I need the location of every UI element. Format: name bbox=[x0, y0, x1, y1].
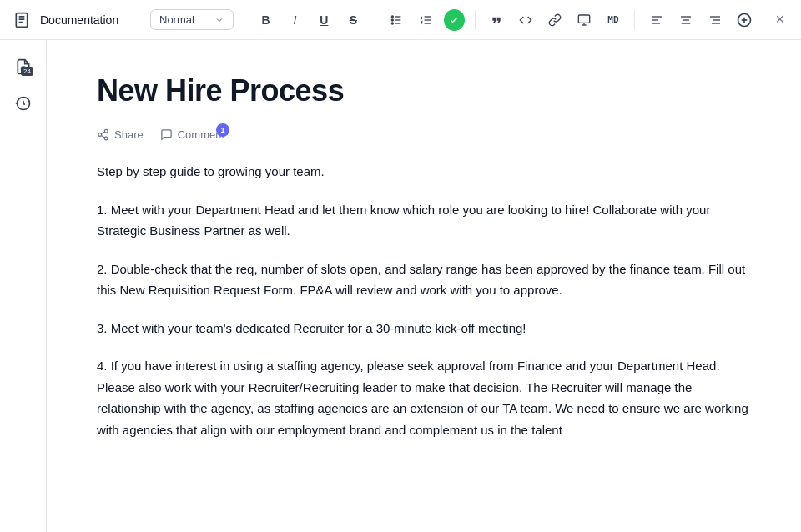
toolbar: Documentation Normal B I U S bbox=[0, 0, 801, 40]
save-status-icon bbox=[444, 9, 465, 31]
content-area: New Hire Process Share Comment 1 bbox=[47, 40, 801, 532]
paragraph-5: 4. If you have interest in using a staff… bbox=[97, 355, 751, 440]
align-center-button[interactable] bbox=[674, 8, 697, 32]
svg-point-5 bbox=[392, 19, 394, 21]
divider-2 bbox=[375, 10, 375, 30]
link-button[interactable] bbox=[544, 8, 567, 32]
bullet-list-button[interactable] bbox=[385, 8, 408, 32]
paragraph-2: 1. Meet with your Department Head and le… bbox=[97, 199, 751, 242]
markdown-button[interactable]: MD bbox=[602, 8, 624, 32]
bold-button[interactable]: B bbox=[254, 8, 277, 32]
svg-point-6 bbox=[392, 23, 394, 24]
inline-code-button[interactable] bbox=[515, 8, 537, 32]
paragraph-1: Step by step guide to growing your team. bbox=[97, 161, 751, 183]
divider-1 bbox=[244, 10, 244, 30]
paragraph-3: 2. Double-check that the req, number of … bbox=[97, 258, 751, 301]
svg-point-28 bbox=[104, 137, 108, 140]
ordered-list-button[interactable] bbox=[415, 8, 437, 32]
toolbar-left: Documentation bbox=[10, 8, 144, 32]
strikethrough-button[interactable]: S bbox=[342, 8, 365, 32]
comment-count-badge: 1 bbox=[216, 123, 229, 137]
svg-rect-10 bbox=[578, 15, 589, 23]
share-label: Share bbox=[114, 128, 144, 141]
svg-line-30 bbox=[101, 132, 104, 133]
comment-button[interactable]: Comment bbox=[160, 128, 224, 141]
style-selector-label: Normal bbox=[159, 13, 194, 26]
action-bar: Share Comment 1 bbox=[97, 128, 751, 141]
history-icon[interactable] bbox=[10, 90, 37, 117]
file-clock-icon[interactable]: 24 bbox=[10, 53, 37, 80]
svg-point-27 bbox=[98, 133, 102, 137]
divider-4 bbox=[634, 10, 635, 30]
sidebar: 24 bbox=[0, 40, 47, 532]
divider-3 bbox=[475, 10, 476, 30]
style-selector[interactable]: Normal bbox=[150, 9, 234, 30]
add-button[interactable] bbox=[733, 8, 755, 32]
svg-point-4 bbox=[392, 16, 394, 18]
comment-button-wrapper: Comment 1 bbox=[160, 128, 224, 141]
paragraph-4: 3. Meet with your team's dedicated Recru… bbox=[97, 318, 751, 339]
blockquote-button[interactable] bbox=[486, 8, 508, 32]
italic-button[interactable]: I bbox=[284, 8, 306, 32]
page-title: New Hire Process bbox=[97, 73, 751, 108]
align-left-button[interactable] bbox=[645, 8, 668, 32]
svg-point-26 bbox=[104, 129, 108, 133]
embed-button[interactable] bbox=[573, 8, 596, 32]
underline-button[interactable]: U bbox=[313, 8, 335, 32]
close-button[interactable]: × bbox=[768, 8, 791, 32]
align-right-button[interactable] bbox=[703, 8, 726, 32]
document-icon bbox=[10, 8, 33, 32]
main-layout: 24 New Hire Process Share bbox=[0, 40, 801, 532]
doc-title: Documentation bbox=[40, 13, 118, 27]
svg-line-29 bbox=[101, 135, 104, 137]
share-button[interactable]: Share bbox=[97, 128, 144, 141]
